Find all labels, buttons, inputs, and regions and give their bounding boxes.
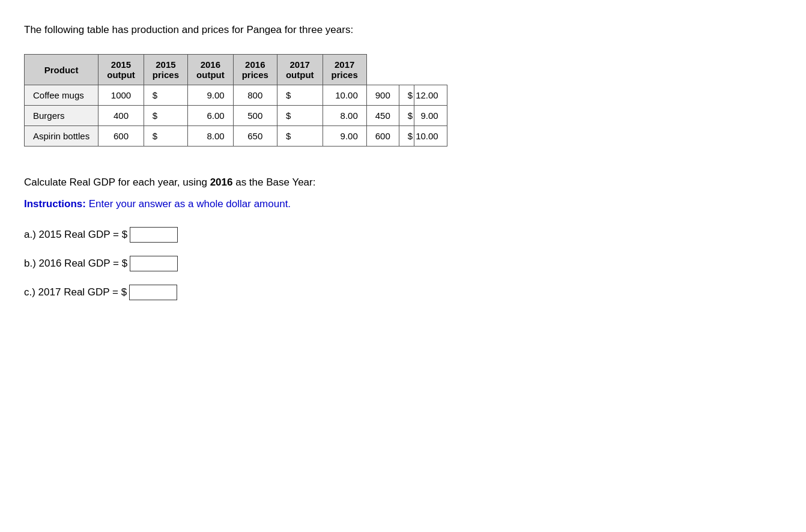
price-2017-value: 10.00 [414, 126, 447, 147]
price-2015-value: 6.00 [188, 106, 234, 126]
calculate-text: Calculate Real GDP for each year, using … [24, 177, 782, 189]
price-2017-dollar: $ [399, 126, 414, 147]
price-2017-value: 9.00 [414, 106, 447, 126]
price-2016-value: 8.00 [323, 106, 366, 126]
price-2016-dollar: $ [277, 106, 323, 126]
price-2017-dollar: $ [399, 85, 414, 106]
price-2017-value: 12.00 [414, 85, 447, 106]
output-2017-cell: 450 [366, 106, 399, 126]
q-a-input[interactable] [130, 227, 178, 243]
q-b-input[interactable] [130, 256, 178, 271]
price-2015-value: 9.00 [188, 85, 234, 106]
table-row: Burgers 400 $ 6.00 500 $ 8.00 450 $ 9.00 [25, 106, 447, 126]
header-prices-2015: 2015prices [144, 55, 187, 85]
table-row: Aspirin bottles 600 $ 8.00 650 $ 9.00 60… [25, 126, 447, 147]
output-2015-cell: 600 [98, 126, 144, 147]
price-2015-dollar: $ [144, 126, 187, 147]
calculate-text-post: as the Base Year: [232, 177, 315, 188]
price-2016-dollar: $ [277, 126, 323, 147]
price-2015-dollar: $ [144, 106, 187, 126]
q-b: b.) 2016 Real GDP = $ [24, 256, 782, 271]
price-2016-dollar: $ [277, 85, 323, 106]
price-2017-dollar: $ [399, 106, 414, 126]
product-cell: Coffee mugs [25, 85, 98, 106]
output-2016-cell: 800 [233, 85, 277, 106]
header-prices-2016: 2016prices [233, 55, 277, 85]
output-2016-cell: 500 [233, 106, 277, 126]
production-prices-table: Product 2015output 2015prices 2016output… [24, 54, 447, 147]
output-2017-cell: 600 [366, 126, 399, 147]
instructions: Instructions: Enter your answer as a who… [24, 198, 782, 210]
product-cell: Burgers [25, 106, 98, 126]
header-product: Product [25, 55, 98, 85]
calculate-text-pre: Calculate Real GDP for each year, using [24, 177, 210, 188]
base-year: 2016 [210, 177, 233, 188]
product-cell: Aspirin bottles [25, 126, 98, 147]
table-row: Coffee mugs 1000 $ 9.00 800 $ 10.00 900 … [25, 85, 447, 106]
instructions-label: Instructions: [24, 198, 86, 210]
header-output-2015: 2015output [98, 55, 144, 85]
header-output-2017: 2017output [277, 55, 323, 85]
header-output-2016: 2016output [188, 55, 234, 85]
output-2017-cell: 900 [366, 85, 399, 106]
q-c: c.) 2017 Real GDP = $ [24, 285, 782, 300]
price-2016-value: 9.00 [323, 126, 366, 147]
price-2015-value: 8.00 [188, 126, 234, 147]
output-2015-cell: 1000 [98, 85, 144, 106]
instructions-body: Enter your answer as a whole dollar amou… [86, 198, 291, 210]
q-c-label: c.) 2017 Real GDP = $ [24, 286, 127, 298]
q-a-label: a.) 2015 Real GDP = $ [24, 229, 127, 241]
price-2015-dollar: $ [144, 85, 187, 106]
price-2016-value: 10.00 [323, 85, 366, 106]
q-c-input[interactable] [129, 285, 177, 300]
output-2016-cell: 650 [233, 126, 277, 147]
q-a: a.) 2015 Real GDP = $ [24, 227, 782, 243]
intro-text: The following table has production and p… [24, 24, 782, 36]
q-b-label: b.) 2016 Real GDP = $ [24, 258, 127, 270]
header-prices-2017: 2017prices [323, 55, 366, 85]
output-2015-cell: 400 [98, 106, 144, 126]
